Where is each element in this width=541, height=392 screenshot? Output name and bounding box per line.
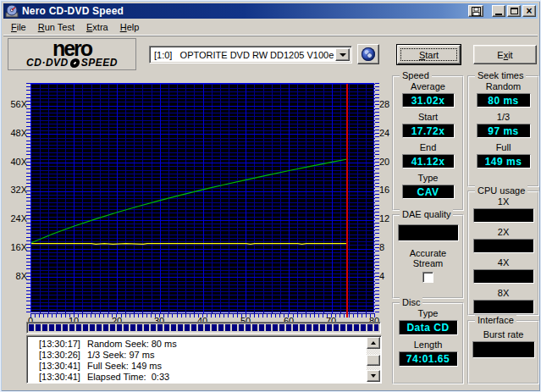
- log-text: Full Seek: 149 ms: [87, 361, 162, 372]
- log-line[interactable]: [13:30:41]Full Seek: 149 ms: [29, 361, 364, 372]
- cpu-4x-display: [473, 269, 534, 284]
- burst-rate-label: Burst rate: [469, 329, 538, 340]
- accurate-stream-label-2: Stream: [394, 258, 462, 268]
- disc-length-value: 74:01.65: [406, 353, 450, 365]
- average-label: Average: [394, 81, 462, 91]
- one-third-seek-label: 1/3: [469, 112, 538, 122]
- speed-panel: Speed Average 31.02x Start 17.72x End 41…: [392, 75, 464, 211]
- random-seek-value: 80 ms: [488, 95, 519, 107]
- speed-panel-title: Speed: [400, 70, 432, 80]
- chart-plot-area: [30, 83, 374, 312]
- dae-quality-panel-title: DAE quality: [400, 209, 453, 219]
- disc-length-label: Length: [394, 340, 462, 350]
- start-label: Start: [394, 112, 462, 122]
- cpu-4x-label: 4X: [469, 257, 538, 268]
- axis-tick-label: 8X: [1, 271, 27, 281]
- random-seek-display: 80 ms: [477, 93, 531, 108]
- interface-panel: Interface Burst rate: [467, 320, 539, 384]
- axis-tick-label: 40X: [1, 157, 27, 167]
- one-third-seek-value: 97 ms: [488, 125, 519, 137]
- cpu-1x-display: [473, 208, 534, 223]
- speed-type-value: CAV: [417, 186, 439, 198]
- progress-bar-fill: [29, 324, 378, 331]
- cpu-8x-display: [473, 300, 534, 314]
- cpu-usage-panel: CPU usage 1X 2X 4X 8X: [467, 190, 539, 316]
- start-speed-value: 17.72x: [411, 125, 445, 137]
- read-speed-line: [31, 159, 347, 243]
- app-window: Nero CD-DVD Speed × File Run Test Extra …: [0, 0, 541, 392]
- start-speed-display: 17.72x: [402, 124, 455, 138]
- axis-tick-label: 56X: [1, 99, 27, 109]
- type-label: Type: [394, 173, 462, 183]
- arrow-up-icon: [371, 341, 376, 345]
- axis-tick-label: 24X: [1, 213, 27, 224]
- cpu-8x-label: 8X: [469, 288, 538, 298]
- full-seek-label: Full: [469, 142, 538, 152]
- log-time: [13:30:17]: [39, 339, 80, 350]
- end-speed-value: 41.12x: [411, 156, 445, 168]
- disc-type-value: Data CD: [406, 322, 449, 334]
- axis-tick-label: 32X: [1, 185, 27, 195]
- accurate-stream-checkbox[interactable]: [422, 272, 433, 283]
- log-text: Elapsed Time: 0:33: [87, 372, 169, 383]
- progress-bar: [26, 322, 381, 334]
- accurate-stream-label-1: Accurate: [394, 248, 462, 258]
- arrow-down-icon: [371, 374, 376, 378]
- average-speed-display: 31.02x: [402, 93, 455, 108]
- speed-type-display: CAV: [402, 185, 455, 199]
- one-third-seek-display: 97 ms: [477, 124, 531, 138]
- disc-type-display: Data CD: [399, 320, 458, 335]
- burst-rate-display: [472, 341, 535, 358]
- axis-tick-label: 48X: [1, 128, 27, 138]
- disc-length-display: 74:01.65: [399, 351, 458, 367]
- log-list[interactable]: [13:30:17]Random Seek: 80 ms [13:30:26]1…: [26, 335, 382, 384]
- disc-panel-title: Disc: [400, 297, 422, 307]
- rotation-speed-line: [31, 244, 347, 245]
- cpu-usage-panel-title: CPU usage: [475, 185, 527, 196]
- log-line[interactable]: [13:30:26]1/3 Seek: 97 ms: [29, 350, 364, 361]
- disc-panel: Disc Type Data CD Length 74:01.65: [392, 302, 464, 384]
- scrollbar[interactable]: [367, 337, 380, 382]
- log-time: [13:30:26]: [39, 350, 80, 361]
- interface-panel-title: Interface: [475, 315, 516, 325]
- log-time: [13:30:41]: [39, 361, 80, 372]
- disc-type-label: Type: [394, 308, 462, 318]
- scroll-up-button[interactable]: [367, 337, 380, 349]
- axis-tick-label: 16X: [1, 242, 27, 252]
- end-label: End: [394, 142, 462, 152]
- log-lines: [13:30:17]Random Seek: 80 ms [13:30:26]1…: [29, 339, 364, 383]
- full-seek-display: 149 ms: [477, 154, 531, 168]
- scroll-thumb[interactable]: [367, 355, 380, 366]
- log-text: Random Seek: 80 ms: [87, 339, 177, 350]
- dae-quality-display: [398, 224, 459, 241]
- average-speed-value: 31.02x: [411, 95, 445, 107]
- speed-graph-svg: [30, 83, 376, 314]
- scroll-down-button[interactable]: [367, 370, 380, 382]
- cpu-1x-label: 1X: [469, 196, 538, 207]
- log-line[interactable]: [13:30:17]Random Seek: 80 ms: [29, 339, 364, 350]
- log-line[interactable]: [13:30:41]Elapsed Time: 0:33: [29, 372, 364, 383]
- random-seek-label: Random: [469, 81, 538, 91]
- cpu-2x-label: 2X: [469, 227, 538, 237]
- seek-times-panel: Seek times Random 80 ms 1/3 97 ms Full 1…: [467, 75, 539, 187]
- log-time: [13:30:41]: [39, 372, 80, 383]
- cpu-2x-display: [473, 239, 534, 253]
- seek-times-panel-title: Seek times: [475, 70, 526, 80]
- dae-quality-panel: DAE quality Accurate Stream: [392, 214, 464, 299]
- end-speed-display: 41.12x: [402, 154, 455, 168]
- log-text: 1/3 Seek: 97 ms: [87, 350, 155, 361]
- full-seek-value: 149 ms: [485, 156, 522, 168]
